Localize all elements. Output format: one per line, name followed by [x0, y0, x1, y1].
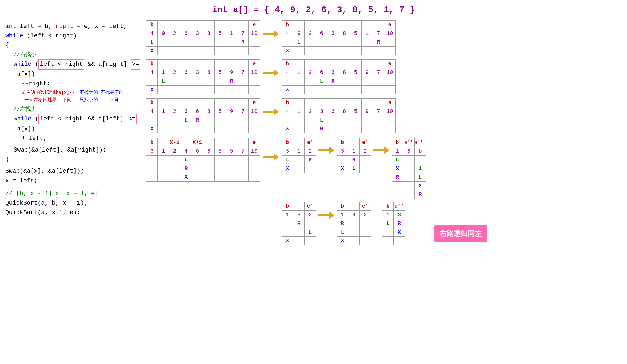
code-line-14: x = left;: [5, 176, 146, 186]
arrow-4: [263, 138, 279, 162]
grid1-right: be 49263851710 LR X: [282, 20, 396, 55]
arrow-1: [263, 20, 279, 39]
grid2-right: be 41263859710 LR X: [282, 59, 396, 94]
grid4-sub4: be' 132 R L X: [282, 202, 316, 245]
code-line-3: {: [5, 41, 146, 50]
viz-row-4: b X-1 X+1 e 31246859710 L: [146, 138, 622, 245]
arrow-2: [263, 59, 279, 78]
main-title: int a[] = { 4, 9, 2, 6, 3, 8, 5, 1, 7 }: [0, 0, 627, 18]
viz-row-2: be 41263859710 LR X: [146, 59, 622, 94]
grid4-sub2: be' 312 R XL: [337, 138, 371, 173]
arrow-sub: [318, 138, 334, 156]
code-line-13: Swap(&a[x], &a[left]);: [5, 166, 146, 176]
grid4-sub5: be' be'' 132 13 R: [337, 202, 405, 245]
grid4-sub3: b e'' e''' 13b L X1: [392, 138, 426, 199]
code-line-17: QuickSort(a, x+1, e);: [5, 208, 146, 217]
grid4-sub1: be' 312 LR X: [282, 138, 316, 173]
code-line-10: ++left;: [22, 134, 146, 143]
final-badge: 右路递归同左: [434, 225, 487, 242]
grid3-right: be 41236859710 L XR: [282, 98, 396, 133]
grid3-left: be 41236859710 LR X: [146, 98, 260, 133]
grid2-left: be 41263859710 LR X: [146, 59, 260, 94]
viz-row-3: be 41236859710 LR X: [146, 98, 622, 133]
code-line-9: while ( left < right && a[left] <= a[x]): [14, 114, 146, 134]
code-line-5: while ( left < right && a[right] >= a[x]…: [14, 59, 146, 79]
grid4-main: b X-1 X+1 e 31246859710 L: [146, 138, 260, 182]
code-line-1: int left = b, right = e, x = left;: [5, 22, 146, 31]
arrow-3: [263, 98, 279, 117]
code-panel: int left = b, right = e, x = left; while…: [5, 20, 146, 246]
arrow-sub2: [373, 138, 389, 156]
final-badge-container: 右路递归同左: [429, 225, 487, 245]
code-line-16: QuickSort(a, b, x - 1);: [5, 198, 146, 208]
annotation-row-1: 若左边的数据均比a[x]小 └一直左移回越界 下同 不找大的 不找等于的 只找小…: [22, 89, 146, 104]
code-line-12: }: [5, 155, 146, 164]
viz-row-1: be 49263851710 LR X: [146, 20, 622, 55]
code-line-2: while (left < right): [5, 31, 146, 41]
grid1-left: be 49263851710 LR X: [146, 20, 260, 55]
grid4-right-groups: be' 312 LR X: [282, 138, 426, 245]
viz-panel: be 49263851710 LR X: [146, 20, 622, 246]
code-line-6: --right;: [22, 79, 146, 88]
code-line-4: //右找小: [14, 50, 146, 59]
code-line-15: // [b, x - 1] x [x + 1, e]: [5, 189, 146, 198]
code-line-8: //左找大: [14, 105, 146, 114]
code-line-11: Swap(&a[left], &a[right]);: [14, 145, 146, 155]
arrow-sub3: [318, 202, 334, 221]
